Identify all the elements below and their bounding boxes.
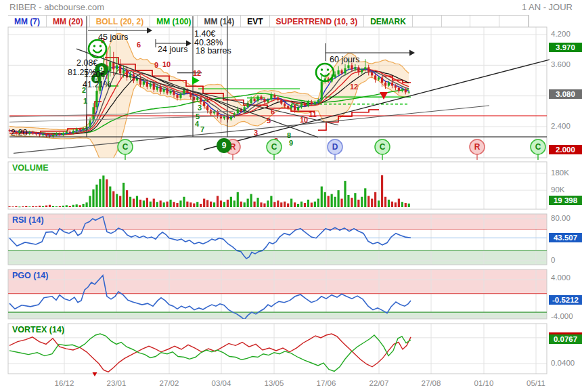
y-axis-label: 180K (551, 169, 569, 177)
x-axis-date-label: 03/04 (212, 379, 231, 387)
svg-text:9: 9 (222, 141, 227, 150)
svg-text:C: C (380, 142, 386, 152)
y-axis-label: 0 (551, 256, 555, 264)
x-axis-date-label: 27/08 (422, 379, 441, 387)
panel-title-rsi: RSI (14) (12, 215, 44, 225)
x-axis-date-label: 13/05 (265, 379, 284, 387)
svg-text:C: C (271, 142, 277, 152)
svg-text:10: 10 (300, 116, 308, 124)
annotation-text: 60 jours (330, 55, 359, 64)
event-marker-icon (93, 372, 97, 376)
x-axis-date-label: 05/11 (527, 379, 545, 387)
annotation-text: 24 jours (158, 45, 187, 54)
svg-text:11: 11 (309, 110, 317, 118)
svg-text:12: 12 (193, 69, 201, 77)
y-axis-label: -4.000 (551, 312, 573, 320)
svg-text:3: 3 (254, 129, 258, 137)
x-axis-date-label: 17/06 (317, 379, 336, 387)
value-badge: 19 398 (549, 196, 582, 205)
svg-text:3: 3 (198, 104, 202, 112)
stock-chart-app: RIBER - abcbourse.com 1 AN - JOUR MM (7)… (0, 0, 582, 392)
annotation-text: 1.20€ (84, 70, 105, 79)
panel-title-vortex: VORTEX (14) (12, 325, 64, 334)
x-axis-date-label: 01/10 (474, 379, 494, 387)
y-axis-label: 3.600 (551, 60, 570, 68)
y-axis-label: 4.000 (551, 274, 570, 282)
svg-text:C: C (535, 142, 541, 152)
annotation-text: 2.20 (11, 128, 27, 137)
svg-text:1: 1 (83, 97, 87, 105)
svg-text:D: D (332, 142, 338, 152)
annotation-text: 18 barres (196, 46, 231, 56)
annotation-text: 1.40€ (194, 29, 215, 39)
svg-text:10: 10 (162, 60, 171, 68)
panel-title-volume: VOLUME (12, 163, 48, 173)
value-badge: 3.080 (549, 89, 582, 99)
svg-text:R: R (474, 142, 480, 152)
svg-text:9: 9 (154, 61, 158, 69)
svg-text:4: 4 (195, 120, 200, 128)
x-axis-date-label: 23/01 (107, 379, 127, 387)
svg-text:6: 6 (271, 108, 275, 116)
value-badge: 2.000 (549, 145, 582, 154)
annotation-text: 45 jours (98, 32, 128, 42)
svg-text:C: C (122, 142, 129, 152)
value-badge: 43.507 (549, 233, 582, 242)
svg-text:5: 5 (267, 116, 271, 125)
svg-text:7: 7 (200, 125, 204, 133)
x-axis-date-label: 22/07 (370, 379, 389, 387)
svg-text:6: 6 (137, 41, 141, 49)
annotation-text: 2.08€ (76, 58, 97, 68)
value-badge: 3.970 (549, 43, 582, 52)
demark-setup-disc: 9 (217, 138, 231, 153)
annotation-text: 41.21% (83, 80, 111, 89)
x-axis-date-label: 27/02 (160, 379, 179, 387)
y-axis-label: 0.0400 (551, 359, 575, 367)
svg-text:2: 2 (206, 95, 210, 104)
value-badge: 0.0767 (549, 334, 582, 344)
y-axis-label: 80.00 (551, 214, 570, 222)
y-axis-label: 90K (551, 186, 564, 194)
panel-title-pgo: PGO (14) (12, 271, 49, 280)
svg-text:12: 12 (350, 83, 358, 91)
value-badge: -0.5212 (549, 295, 582, 305)
x-axis-date-label: 16/12 (55, 379, 74, 387)
svg-text:9: 9 (289, 139, 293, 147)
y-axis-label: 4.200 (551, 30, 570, 38)
y-axis-label: 2.400 (551, 122, 570, 130)
